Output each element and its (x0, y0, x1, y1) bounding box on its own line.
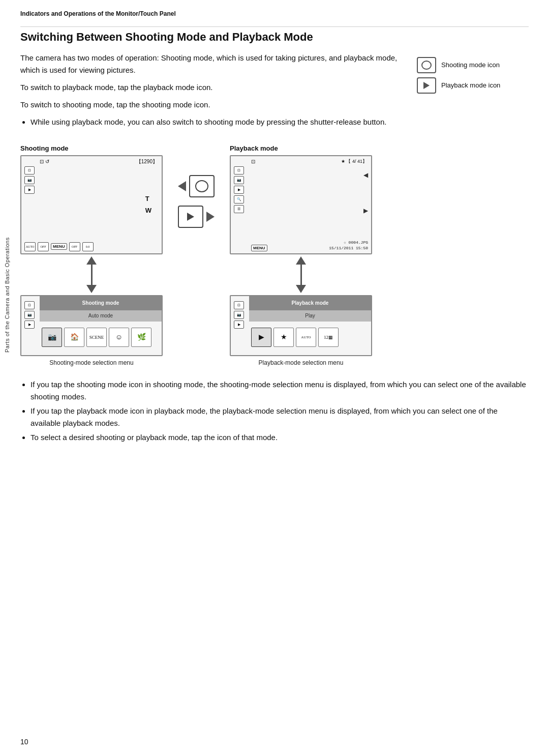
pb-arrow-up-icon (296, 256, 306, 265)
bottom-bullet-list: If you tap the shooting mode icon in sho… (30, 379, 529, 444)
bottom-bullet-2: If you tap the playback mode icon in pla… (30, 405, 529, 429)
sel-subtitle-bar: Auto mode (40, 310, 162, 322)
shooting-counter: 【1290】 (136, 158, 158, 165)
arrow-up-icon (86, 256, 97, 265)
pb-sel-title-text: Playback mode (292, 300, 329, 306)
pb-nav-next: ▶ (363, 207, 368, 215)
pb-sel-subtitle-text: Play (305, 313, 315, 318)
center-play-triangle (187, 213, 194, 221)
pb-sel-icons-row: ▶ ★ AUTO 12▦ (249, 325, 371, 350)
sel-subtitle-text: Auto mode (88, 313, 113, 318)
playback-screen: ⊡ 📷 ▶ 🔍 ☰ ⊡ ★ 【 4/ 41】 ◀ ▶ ☆ 0004.JPG (230, 155, 372, 254)
intro-bullets: While using playback mode, you can also … (30, 116, 407, 128)
pb-top-bar: ⊡ ★ 【 4/ 41】 (251, 158, 367, 165)
shoot-off2-icon: OFF (69, 242, 80, 251)
pb-left-icon-2: 📷 (234, 176, 244, 184)
shoot-bottom-icons: AUTO OFF MENU OFF 0.0 (21, 242, 162, 251)
pb-left-icon-3: ▶ (234, 186, 244, 194)
pb-sel-auto-icon: AUTO (296, 328, 316, 347)
shooting-mode-icon-label: Shooting mode icon (441, 61, 500, 69)
shoot-vertical-arrows (86, 256, 97, 293)
sel-left-icons: ⊡ 📷 ▶ (24, 301, 35, 329)
pb-arrow-down-icon (296, 285, 306, 293)
shoot-auto-icon: AUTO (24, 242, 36, 251)
playback-mode-label-text: Playback mode (230, 144, 278, 152)
playback-group: Playback mode ⊡ 📷 ▶ 🔍 ☰ ⊡ ★ 【 4/ 41】 ◀ (230, 144, 372, 366)
center-camera-icon (189, 175, 215, 197)
pb-sel-title-bar: Playback mode (249, 296, 371, 310)
pb-nav-prev: ◀ (363, 171, 368, 179)
shoot-left-icon-1: ⊡ (24, 166, 35, 175)
pb-sel-icon-3: ▶ (234, 321, 244, 329)
pb-left-icon-1: ⊡ (234, 166, 244, 175)
screens-section: Shooting mode ⊡ 📷 ▶ ⊡ ↺ 【1290】 TW A (20, 144, 529, 366)
shoot-off-icon: OFF (38, 242, 49, 251)
intro-bullet-1: While using playback mode, you can also … (30, 116, 407, 128)
pb-top-icon: ⊡ (251, 159, 255, 164)
pb-sel-num-icon: 12▦ (318, 328, 339, 347)
page-number: 10 (20, 738, 28, 746)
center-play-icon (178, 206, 203, 228)
sel-icon-1: ⊡ (24, 301, 35, 309)
sel-cam2-icon: 🏠 (64, 328, 84, 347)
arrow-line-v (91, 265, 93, 285)
pb-arrow-line-v (300, 265, 302, 285)
shoot-top-icon: ⊡ ↺ (40, 159, 49, 164)
pb-datetime: 15/11/2011 15:50 (329, 245, 368, 251)
intro-paragraph-2: To switch to playback mode, tap the play… (20, 81, 407, 94)
mode-icon-col: Shooting mode icon Playback mode icon (417, 52, 529, 135)
sel-smart-icon: ☺ (109, 328, 129, 347)
pb-sel-screen: ⊡ 📷 ▶ Playback mode Play ▶ ★ AUTO 12▦ (230, 295, 372, 356)
pb-filename: ☆ 0004.JPG (329, 240, 368, 245)
pb-file-info: ☆ 0004.JPG 15/11/2011 15:50 (329, 240, 368, 251)
sel-cam-icon: 📷 (42, 328, 62, 347)
sidebar-label: Parts of the Camera and Basic Operations (4, 193, 10, 397)
intro-paragraph-3: To switch to shooting mode, tap the shoo… (20, 99, 407, 111)
pb-sel-play-icon: ▶ (251, 328, 271, 347)
bottom-bullet-3: To select a desired shooting or playback… (30, 431, 529, 444)
shooting-group: Shooting mode ⊡ 📷 ▶ ⊡ ↺ 【1290】 TW A (20, 144, 163, 366)
center-arrows (178, 144, 215, 228)
sel-title-bar: Shooting mode (40, 296, 162, 310)
pb-menu-area: MENU (251, 243, 267, 251)
shooting-screen: ⊡ 📷 ▶ ⊡ ↺ 【1290】 TW AUTO OFF MENU OFF (20, 155, 163, 254)
pb-sel-caption: Playback-mode selection menu (259, 359, 344, 366)
sel-icon-3: ▶ (24, 321, 35, 329)
shoot-ev-icon: 0.0 (82, 242, 94, 251)
sel-effects-icon: 🌿 (131, 328, 151, 347)
section-title: Switching Between Shooting Mode and Play… (20, 30, 529, 45)
pb-left-icons: ⊡ 📷 ▶ 🔍 ☰ (234, 166, 244, 213)
shoot-left-icon-3: ▶ (24, 186, 35, 194)
shoot-menu-btn: MENU (51, 243, 67, 250)
pb-star-counter: ★ 【 4/ 41】 (341, 158, 367, 165)
arrow-down-icon (86, 285, 97, 293)
intro-paragraph-1: The camera has two modes of operation: S… (20, 52, 407, 76)
shooting-sel-caption: Shooting-mode selection menu (49, 359, 133, 366)
playback-mode-icon-label: Playback mode icon (441, 81, 500, 89)
intro-section: The camera has two modes of operation: S… (20, 52, 529, 135)
bottom-bullets-section: If you tap the shooting mode icon in sho… (20, 379, 529, 444)
pb-sel-icon-1: ⊡ (234, 301, 244, 309)
shooting-mode-icon-row: Shooting mode icon (417, 57, 500, 73)
pb-sel-left-icons: ⊡ 📷 ▶ (234, 301, 244, 329)
shooting-sel-screen: ⊡ 📷 ▶ Shooting mode Auto mode 📷 🏠 SCENE … (20, 295, 163, 356)
pb-left-icon-4: 🔍 (234, 195, 244, 203)
shooting-mode-label: Shooting mode (20, 144, 69, 152)
pb-sel-subtitle-bar: Play (249, 310, 371, 322)
shooting-left-icons: ⊡ 📷 ▶ (24, 166, 35, 194)
pb-vertical-arrows (296, 256, 306, 293)
playback-mode-icon (417, 77, 436, 94)
sel-icons-row: 📷 🏠 SCENE ☺ 🌿 (40, 325, 162, 350)
sel-title-text: Shooting mode (82, 300, 119, 306)
sel-scene-icon: SCENE (86, 328, 107, 347)
play-triangle-icon (423, 82, 430, 89)
shoot-left-icon-2: 📷 (24, 176, 35, 184)
pb-left-icon-5: ☰ (234, 205, 244, 213)
shooting-mode-icon (417, 57, 436, 73)
cam-arrow-row (178, 175, 215, 197)
shooting-top-bar: ⊡ ↺ 【1290】 (40, 158, 158, 165)
page-header: Indicators and Operations of the Monitor… (20, 10, 529, 17)
header-divider (20, 26, 529, 27)
playback-mode-icon-row: Playback mode icon (417, 77, 500, 94)
arrow-right-icon (206, 212, 215, 222)
